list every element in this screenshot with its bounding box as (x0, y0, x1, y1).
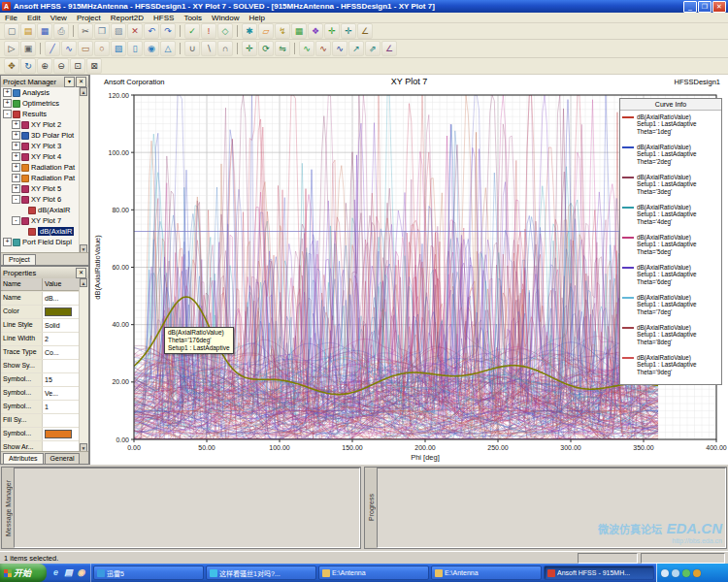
legend-entry[interactable]: dB(AxialRatioValue)Setup1 : LastAdaptive… (620, 291, 721, 321)
close-button[interactable]: ✕ (712, 1, 726, 13)
property-value[interactable]: Ve... (43, 387, 80, 400)
optimetrics-setup-icon[interactable]: ◇ (217, 23, 233, 39)
menu-hfss[interactable]: HFSS (149, 13, 179, 23)
legend-entry[interactable]: dB(AxialRatioValue)Setup1 : LastAdaptive… (620, 261, 721, 291)
tree-item-radiation-pat[interactable]: +Radiation Pat (1, 173, 80, 183)
scroll-up-icon[interactable]: ▲ (80, 87, 87, 96)
draw-sphere-icon[interactable]: ◉ (144, 41, 159, 56)
collapse-icon[interactable]: - (12, 216, 20, 225)
menu-file[interactable]: File (0, 13, 22, 23)
new-icon[interactable]: ▢ (4, 23, 19, 39)
open-icon[interactable]: ▤ (20, 23, 36, 39)
tree-item-xy-plot-4[interactable]: +XY Plot 4 (1, 151, 80, 162)
antivirus-tray-icon[interactable] (682, 569, 690, 577)
chevron-down-icon[interactable]: ▾ (64, 77, 75, 87)
expand-icon[interactable]: + (12, 163, 20, 172)
rotate-icon[interactable]: ⟳ (258, 41, 274, 56)
property-value[interactable] (43, 414, 80, 427)
measure-icon[interactable]: ∠ (357, 23, 373, 39)
sweep-wave-2-icon[interactable]: ∿ (315, 41, 331, 56)
taskbar-task[interactable]: 这样看骚丝1对吗?... (206, 566, 316, 580)
network-tray-icon[interactable] (672, 569, 679, 577)
expand-icon[interactable]: + (12, 131, 20, 140)
color-swatch[interactable] (45, 307, 72, 316)
menu-view[interactable]: View (46, 13, 72, 23)
draw-box-icon[interactable]: ▧ (111, 41, 126, 56)
zoom-in-icon[interactable]: ⊕ (37, 58, 52, 74)
tree-item-xy-plot-3[interactable]: +XY Plot 3 (1, 141, 80, 151)
volume-tray-icon[interactable] (661, 569, 669, 577)
expand-icon[interactable]: + (12, 120, 20, 129)
menu-edit[interactable]: Edit (22, 13, 46, 23)
tree-item-optimetrics[interactable]: +Optimetrics (1, 98, 80, 109)
legend-entry[interactable]: dB(AxialRatioValue)Setup1 : LastAdaptive… (620, 231, 721, 261)
rotate-view-icon[interactable]: ↻ (20, 58, 36, 74)
cut-icon[interactable]: ✂ (78, 23, 93, 39)
taskbar-task[interactable]: 迅雷5 (93, 566, 204, 580)
vector-arrow-1-icon[interactable]: ↗ (348, 41, 364, 56)
property-value[interactable] (43, 360, 80, 372)
menu-help[interactable]: Help (245, 13, 270, 23)
draw-cylinder-icon[interactable]: ▯ (127, 41, 143, 56)
property-value[interactable]: Co... (43, 346, 80, 359)
pan-icon[interactable]: ✥ (4, 58, 19, 74)
collapse-icon[interactable]: - (12, 195, 20, 204)
property-value[interactable]: Solid (43, 319, 80, 332)
expand-icon[interactable]: + (12, 174, 20, 182)
color-swatch[interactable] (45, 430, 72, 438)
legend-entry[interactable]: dB(AxialRatioValue)Setup1 : LastAdaptive… (620, 351, 721, 381)
solution-setup-icon[interactable]: ✱ (242, 23, 257, 39)
tree-item-analysis[interactable]: +Analysis (1, 87, 80, 98)
expand-icon[interactable]: + (3, 238, 12, 246)
property-value[interactable] (43, 306, 80, 318)
tree-item-xy-plot-2[interactable]: +XY Plot 2 (1, 119, 80, 130)
zoom-window-icon[interactable]: ⊡ (70, 58, 85, 74)
menu-window[interactable]: Window (207, 13, 244, 23)
undo-icon[interactable]: ↶ (144, 23, 159, 39)
legend-entry[interactable]: dB(AxialRatioValue)Setup1 : LastAdaptive… (620, 321, 721, 351)
tree-item-db-axialr[interactable]: dB(AxialR (1, 226, 80, 237)
analyze-all-icon[interactable]: ! (201, 23, 216, 39)
zoom-out-icon[interactable]: ⊖ (53, 58, 69, 74)
scroll-up-icon[interactable]: ▲ (80, 278, 87, 287)
expand-icon[interactable]: + (12, 152, 20, 161)
internet-explorer-icon[interactable]: e (50, 567, 61, 578)
minimize-button[interactable]: _ (683, 1, 697, 13)
intersect-icon[interactable]: ∩ (217, 41, 233, 56)
subtract-icon[interactable]: ∖ (201, 41, 216, 56)
tree-item-xy-plot-7[interactable]: -XY Plot 7 (1, 215, 80, 226)
print-icon[interactable]: ⎙ (53, 23, 69, 39)
taskbar-task[interactable]: Ansoft HFSS - 915MH... (544, 566, 654, 580)
property-value[interactable]: dB... (43, 292, 80, 305)
tab-general[interactable]: General (45, 453, 81, 464)
tree-item-xy-plot-5[interactable]: +XY Plot 5 (1, 183, 80, 194)
angle-tool-icon[interactable]: ∠ (381, 41, 397, 56)
validate-icon[interactable]: ✓ (184, 23, 200, 39)
taskbar-task[interactable]: E:\Antenna (318, 566, 429, 580)
sweep-wave-1-icon[interactable]: ∿ (299, 41, 314, 56)
media-player-icon[interactable]: ◉ (76, 567, 86, 578)
fit-view-icon[interactable]: ⊠ (86, 58, 102, 74)
tab-project[interactable]: Project (3, 254, 36, 265)
menu-project[interactable]: Project (72, 13, 106, 23)
legend-entry[interactable]: dB(AxialRatioValue)Setup1 : LastAdaptive… (620, 201, 721, 231)
tree-item-db-axialr[interactable]: dB(AxialR (1, 205, 80, 215)
mirror-icon[interactable]: ⇋ (275, 41, 290, 56)
expand-icon[interactable]: + (12, 184, 20, 193)
start-button[interactable]: 开始 (0, 564, 47, 582)
messenger-tray-icon[interactable] (693, 569, 701, 577)
move-icon[interactable]: ✛ (242, 41, 257, 56)
close-icon[interactable]: ✕ (76, 77, 86, 87)
select-object-icon[interactable]: ▷ (4, 41, 19, 56)
coordinate-system-icon[interactable]: ✛ (324, 23, 340, 39)
tree-item-results[interactable]: -Results (1, 109, 80, 119)
redo-icon[interactable]: ↷ (160, 23, 176, 39)
excitation-icon[interactable]: ↯ (275, 23, 290, 39)
boundary-display-icon[interactable]: ▱ (258, 23, 274, 39)
properties-scrollbar[interactable]: ▲ ▼ (79, 278, 88, 452)
vector-arrow-2-icon[interactable]: ⇗ (365, 41, 381, 56)
sweep-wave-3-icon[interactable]: ∿ (332, 41, 347, 56)
draw-spline-icon[interactable]: ∿ (61, 41, 77, 56)
tree-item-port-field-displ[interactable]: +Port Field Displ (1, 237, 80, 247)
menu-tools[interactable]: Tools (179, 13, 207, 23)
